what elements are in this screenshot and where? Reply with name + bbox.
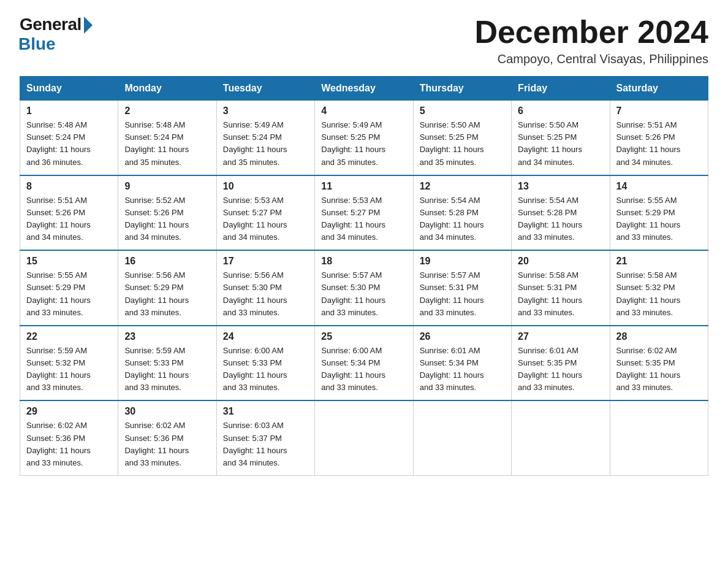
calendar-cell: 18Sunrise: 5:57 AMSunset: 5:30 PMDayligh… — [315, 250, 413, 326]
day-number: 23 — [124, 331, 210, 342]
day-number: 20 — [518, 256, 603, 267]
logo: General Blue — [20, 15, 93, 54]
calendar-week-5: 29Sunrise: 6:02 AMSunset: 5:36 PMDayligh… — [20, 400, 708, 475]
title-area: December 2024 Campoyo, Central Visayas, … — [474, 15, 708, 66]
day-number: 19 — [420, 256, 505, 267]
calendar-cell: 17Sunrise: 5:56 AMSunset: 5:30 PMDayligh… — [216, 250, 314, 326]
day-number: 4 — [321, 105, 406, 117]
day-number: 16 — [124, 256, 210, 267]
calendar-cell: 1Sunrise: 5:48 AMSunset: 5:24 PMDaylight… — [20, 101, 118, 175]
day-number: 29 — [26, 406, 112, 417]
day-number: 9 — [124, 181, 210, 192]
day-info: Sunrise: 5:53 AMSunset: 5:27 PMDaylight:… — [223, 194, 308, 244]
calendar-cell: 23Sunrise: 5:59 AMSunset: 5:33 PMDayligh… — [118, 326, 216, 401]
day-info: Sunrise: 5:56 AMSunset: 5:30 PMDaylight:… — [223, 269, 308, 319]
calendar-cell: 8Sunrise: 5:51 AMSunset: 5:26 PMDaylight… — [20, 175, 118, 251]
day-info: Sunrise: 6:01 AMSunset: 5:34 PMDaylight:… — [420, 345, 505, 394]
day-info: Sunrise: 5:51 AMSunset: 5:26 PMDaylight:… — [616, 119, 702, 169]
day-info: Sunrise: 5:58 AMSunset: 5:32 PMDaylight:… — [616, 269, 702, 319]
day-info: Sunrise: 5:50 AMSunset: 5:25 PMDaylight:… — [420, 119, 505, 169]
location-text: Campoyo, Central Visayas, Philippines — [474, 52, 708, 66]
calendar-cell: 31Sunrise: 6:03 AMSunset: 5:37 PMDayligh… — [216, 400, 314, 475]
day-number: 2 — [124, 105, 210, 117]
day-number: 14 — [616, 181, 702, 192]
day-number: 22 — [26, 331, 112, 342]
calendar-cell: 9Sunrise: 5:52 AMSunset: 5:26 PMDaylight… — [118, 175, 216, 251]
calendar-cell: 5Sunrise: 5:50 AMSunset: 5:25 PMDaylight… — [413, 101, 511, 175]
day-number: 8 — [26, 181, 112, 192]
day-number: 26 — [420, 331, 505, 342]
logo-blue-text: Blue — [18, 34, 56, 54]
calendar-cell: 21Sunrise: 5:58 AMSunset: 5:32 PMDayligh… — [610, 250, 708, 326]
day-number: 25 — [321, 331, 406, 342]
day-number: 31 — [223, 406, 308, 417]
calendar-cell — [413, 400, 511, 475]
day-number: 6 — [518, 105, 603, 117]
calendar-cell: 26Sunrise: 6:01 AMSunset: 5:34 PMDayligh… — [413, 326, 511, 401]
day-info: Sunrise: 5:51 AMSunset: 5:26 PMDaylight:… — [26, 194, 112, 244]
calendar-cell: 16Sunrise: 5:56 AMSunset: 5:29 PMDayligh… — [118, 250, 216, 326]
calendar-cell: 29Sunrise: 6:02 AMSunset: 5:36 PMDayligh… — [20, 400, 118, 475]
day-number: 24 — [223, 331, 308, 342]
day-number: 13 — [518, 181, 603, 192]
day-info: Sunrise: 5:55 AMSunset: 5:29 PMDaylight:… — [616, 194, 702, 244]
calendar-cell: 6Sunrise: 5:50 AMSunset: 5:25 PMDaylight… — [512, 101, 610, 175]
day-info: Sunrise: 5:59 AMSunset: 5:32 PMDaylight:… — [26, 345, 112, 394]
day-info: Sunrise: 6:01 AMSunset: 5:35 PMDaylight:… — [518, 345, 603, 394]
day-info: Sunrise: 5:48 AMSunset: 5:24 PMDaylight:… — [124, 119, 210, 169]
calendar-cell: 3Sunrise: 5:49 AMSunset: 5:24 PMDaylight… — [216, 101, 314, 175]
calendar-header-thursday: Thursday — [413, 77, 511, 101]
day-info: Sunrise: 5:57 AMSunset: 5:30 PMDaylight:… — [321, 269, 406, 319]
day-number: 7 — [616, 105, 702, 117]
day-number: 12 — [420, 181, 505, 192]
calendar-week-2: 8Sunrise: 5:51 AMSunset: 5:26 PMDaylight… — [20, 175, 708, 251]
day-info: Sunrise: 5:53 AMSunset: 5:27 PMDaylight:… — [321, 194, 406, 244]
day-info: Sunrise: 6:02 AMSunset: 5:35 PMDaylight:… — [616, 345, 702, 394]
day-number: 17 — [223, 256, 308, 267]
calendar-header-saturday: Saturday — [610, 77, 708, 101]
day-info: Sunrise: 5:58 AMSunset: 5:31 PMDaylight:… — [518, 269, 603, 319]
calendar-cell: 7Sunrise: 5:51 AMSunset: 5:26 PMDaylight… — [610, 101, 708, 175]
calendar-cell: 4Sunrise: 5:49 AMSunset: 5:25 PMDaylight… — [315, 101, 413, 175]
calendar-cell: 10Sunrise: 5:53 AMSunset: 5:27 PMDayligh… — [216, 175, 314, 251]
calendar-cell: 11Sunrise: 5:53 AMSunset: 5:27 PMDayligh… — [315, 175, 413, 251]
calendar-cell: 24Sunrise: 6:00 AMSunset: 5:33 PMDayligh… — [216, 326, 314, 401]
calendar-cell: 12Sunrise: 5:54 AMSunset: 5:28 PMDayligh… — [413, 175, 511, 251]
day-info: Sunrise: 5:49 AMSunset: 5:25 PMDaylight:… — [321, 119, 406, 169]
day-info: Sunrise: 5:55 AMSunset: 5:29 PMDaylight:… — [26, 269, 112, 319]
day-info: Sunrise: 5:57 AMSunset: 5:31 PMDaylight:… — [420, 269, 505, 319]
logo-general-text: General — [20, 15, 82, 34]
day-info: Sunrise: 5:54 AMSunset: 5:28 PMDaylight:… — [518, 194, 603, 244]
day-info: Sunrise: 6:02 AMSunset: 5:36 PMDaylight:… — [26, 419, 112, 469]
day-number: 28 — [616, 331, 702, 342]
calendar-week-3: 15Sunrise: 5:55 AMSunset: 5:29 PMDayligh… — [20, 250, 708, 326]
calendar-cell: 19Sunrise: 5:57 AMSunset: 5:31 PMDayligh… — [413, 250, 511, 326]
month-title: December 2024 — [474, 15, 708, 50]
calendar-cell: 27Sunrise: 6:01 AMSunset: 5:35 PMDayligh… — [512, 326, 610, 401]
calendar-header-wednesday: Wednesday — [315, 77, 413, 101]
calendar-header-friday: Friday — [512, 77, 610, 101]
calendar-cell: 22Sunrise: 5:59 AMSunset: 5:32 PMDayligh… — [20, 326, 118, 401]
calendar-cell: 20Sunrise: 5:58 AMSunset: 5:31 PMDayligh… — [512, 250, 610, 326]
calendar-header-sunday: Sunday — [20, 77, 118, 101]
day-number: 30 — [124, 406, 210, 417]
calendar-cell: 30Sunrise: 6:02 AMSunset: 5:36 PMDayligh… — [118, 400, 216, 475]
calendar-week-1: 1Sunrise: 5:48 AMSunset: 5:24 PMDaylight… — [20, 101, 708, 175]
day-number: 3 — [223, 105, 308, 117]
day-info: Sunrise: 5:49 AMSunset: 5:24 PMDaylight:… — [223, 119, 308, 169]
calendar-cell — [315, 400, 413, 475]
day-number: 21 — [616, 256, 702, 267]
day-info: Sunrise: 6:00 AMSunset: 5:33 PMDaylight:… — [223, 345, 308, 394]
calendar-header-row: SundayMondayTuesdayWednesdayThursdayFrid… — [20, 77, 708, 101]
day-number: 18 — [321, 256, 406, 267]
calendar-cell: 25Sunrise: 6:00 AMSunset: 5:34 PMDayligh… — [315, 326, 413, 401]
calendar-cell: 13Sunrise: 5:54 AMSunset: 5:28 PMDayligh… — [512, 175, 610, 251]
day-info: Sunrise: 6:03 AMSunset: 5:37 PMDaylight:… — [223, 419, 308, 469]
calendar-cell: 2Sunrise: 5:48 AMSunset: 5:24 PMDaylight… — [118, 101, 216, 175]
calendar-cell — [610, 400, 708, 475]
day-number: 5 — [420, 105, 505, 117]
day-info: Sunrise: 6:00 AMSunset: 5:34 PMDaylight:… — [321, 345, 406, 394]
day-number: 1 — [26, 105, 112, 117]
calendar-header-monday: Monday — [118, 77, 216, 101]
calendar-table: SundayMondayTuesdayWednesdayThursdayFrid… — [20, 76, 708, 476]
